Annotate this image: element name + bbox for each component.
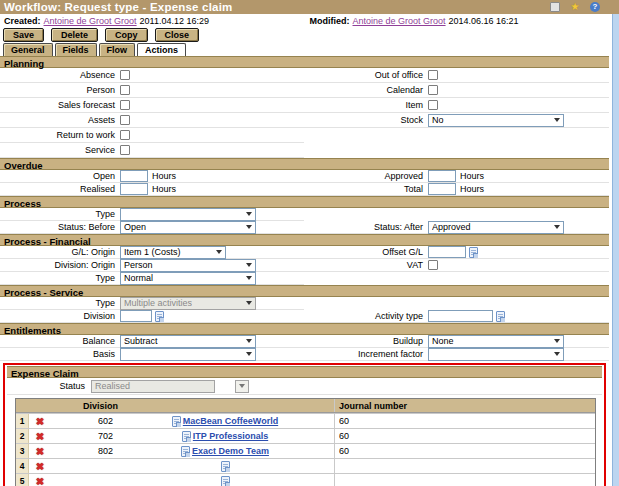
journal-number-value bbox=[334, 474, 595, 486]
expense-claim-table: Division Journal number 1 ✖ MacBean Coff… bbox=[15, 398, 596, 486]
note-icon[interactable] bbox=[550, 2, 560, 12]
assets-label: Assets bbox=[0, 115, 120, 125]
approved-hours-input[interactable] bbox=[428, 170, 456, 182]
item-checkbox[interactable] bbox=[428, 100, 438, 110]
table-row: 5 ✖ bbox=[16, 473, 595, 486]
gl-origin-label: G/L: Origin bbox=[0, 247, 120, 257]
division-link[interactable]: MacBean CoffeeWorld bbox=[183, 416, 278, 426]
stock-select[interactable]: No bbox=[428, 114, 564, 127]
vat-label: VAT bbox=[304, 260, 428, 270]
balance-label: Balance bbox=[0, 336, 120, 346]
tab-flow[interactable]: Flow bbox=[99, 43, 136, 56]
expense-claim-highlight-box: Expense Claim Status Realised Division J… bbox=[3, 363, 606, 486]
created-user-link[interactable]: Antoine de Groot Groot bbox=[44, 16, 137, 26]
division-link[interactable]: ITP Professionals bbox=[193, 431, 268, 441]
vertical-scrollbar[interactable] bbox=[612, 14, 619, 486]
gl-origin-select[interactable]: Item 1 (Costs) bbox=[120, 246, 226, 259]
open-hours-input[interactable] bbox=[120, 170, 148, 182]
delete-row-icon[interactable]: ✖ bbox=[36, 431, 44, 442]
buildup-select[interactable]: None bbox=[428, 335, 564, 348]
journal-number-column-header: Journal number bbox=[334, 399, 595, 412]
item-label: Item bbox=[304, 100, 428, 110]
expense-status-select: Realised bbox=[91, 380, 215, 393]
out-of-office-checkbox[interactable] bbox=[428, 70, 438, 80]
process-type-select[interactable] bbox=[120, 208, 256, 221]
favorite-icon[interactable]: ★ bbox=[570, 2, 580, 12]
browse-icon[interactable] bbox=[172, 416, 181, 427]
journal-number-value bbox=[334, 459, 595, 473]
division-code-input[interactable] bbox=[67, 416, 113, 426]
delete-row-icon[interactable]: ✖ bbox=[36, 446, 44, 457]
row-number: 2 bbox=[16, 429, 29, 443]
table-row: 3 ✖ Exact Demo Team 60 bbox=[16, 443, 595, 458]
open-hours-suffix: Hours bbox=[152, 171, 176, 181]
sales-forecast-checkbox[interactable] bbox=[120, 100, 130, 110]
activity-type-input[interactable] bbox=[428, 310, 493, 322]
row-number: 5 bbox=[16, 474, 29, 486]
browse-icon[interactable] bbox=[469, 247, 478, 258]
financial-type-select[interactable]: Normal bbox=[120, 272, 256, 285]
browse-icon[interactable] bbox=[221, 461, 230, 472]
row-number: 4 bbox=[16, 459, 29, 473]
total-hours-input[interactable] bbox=[428, 183, 456, 195]
journal-number-value: 60 bbox=[334, 444, 595, 458]
division-code-input[interactable] bbox=[67, 476, 113, 486]
person-checkbox[interactable] bbox=[120, 85, 130, 95]
chevron-down-icon bbox=[246, 301, 252, 305]
delete-row-icon[interactable]: ✖ bbox=[36, 476, 44, 486]
status-after-select[interactable]: Approved bbox=[428, 221, 564, 234]
expense-status-dropdown-button[interactable] bbox=[235, 380, 249, 393]
division-origin-select[interactable]: Person bbox=[120, 259, 256, 272]
save-button[interactable]: Save bbox=[3, 28, 44, 42]
open-label: Open bbox=[0, 171, 120, 181]
service-division-input[interactable] bbox=[120, 310, 152, 322]
browse-icon[interactable] bbox=[181, 446, 190, 457]
status-after-label: Status: After bbox=[304, 222, 428, 232]
tab-general[interactable]: General bbox=[3, 43, 53, 56]
delete-button[interactable]: Delete bbox=[51, 28, 98, 42]
financial-type-label: Type bbox=[0, 273, 120, 283]
created-label: Created: bbox=[4, 16, 41, 26]
tab-fields[interactable]: Fields bbox=[55, 43, 97, 56]
help-icon[interactable]: ? bbox=[590, 2, 600, 12]
window-title-bar: Workflow: Request type - Expense claim ★… bbox=[0, 0, 619, 14]
chevron-down-icon bbox=[554, 225, 560, 229]
copy-button[interactable]: Copy bbox=[105, 28, 148, 42]
browse-icon[interactable] bbox=[496, 311, 505, 322]
assets-checkbox[interactable] bbox=[120, 115, 130, 125]
increment-factor-select[interactable] bbox=[428, 348, 564, 361]
browse-icon[interactable] bbox=[155, 311, 164, 322]
division-code-input[interactable] bbox=[67, 446, 113, 456]
division-link[interactable]: Exact Demo Team bbox=[192, 446, 269, 456]
delete-row-icon[interactable]: ✖ bbox=[36, 416, 44, 427]
balance-select[interactable]: Subtract bbox=[120, 335, 256, 348]
delete-row-icon[interactable]: ✖ bbox=[36, 461, 44, 472]
modified-user-link[interactable]: Antoine de Groot Groot bbox=[353, 16, 446, 26]
close-button[interactable]: Close bbox=[155, 28, 200, 42]
browse-icon[interactable] bbox=[221, 476, 230, 486]
tab-actions[interactable]: Actions bbox=[137, 43, 186, 56]
stock-label: Stock bbox=[304, 115, 428, 125]
increment-factor-label: Increment factor bbox=[304, 349, 428, 359]
calendar-checkbox[interactable] bbox=[428, 85, 438, 95]
total-hours-suffix: Hours bbox=[460, 184, 484, 194]
status-before-select[interactable]: Open bbox=[120, 221, 256, 234]
process-service-section-header: Process - Service bbox=[0, 285, 609, 297]
return-to-work-checkbox[interactable] bbox=[120, 130, 130, 140]
service-division-label: Division bbox=[0, 311, 120, 321]
service-checkbox[interactable] bbox=[120, 145, 130, 155]
realised-hours-input[interactable] bbox=[120, 183, 148, 195]
chevron-down-icon bbox=[554, 118, 560, 122]
division-code-input[interactable] bbox=[67, 431, 113, 441]
absence-checkbox[interactable] bbox=[120, 70, 130, 80]
chevron-down-icon bbox=[246, 225, 252, 229]
basis-select[interactable] bbox=[120, 348, 256, 361]
vat-checkbox[interactable] bbox=[428, 260, 438, 270]
chevron-down-icon bbox=[246, 276, 252, 280]
division-code-input[interactable] bbox=[67, 461, 113, 471]
offset-gl-input[interactable] bbox=[428, 246, 466, 258]
entitlements-section-header: Entitlements bbox=[0, 323, 609, 335]
browse-icon[interactable] bbox=[182, 431, 191, 442]
row-number: 3 bbox=[16, 444, 29, 458]
chevron-down-icon bbox=[239, 384, 245, 388]
